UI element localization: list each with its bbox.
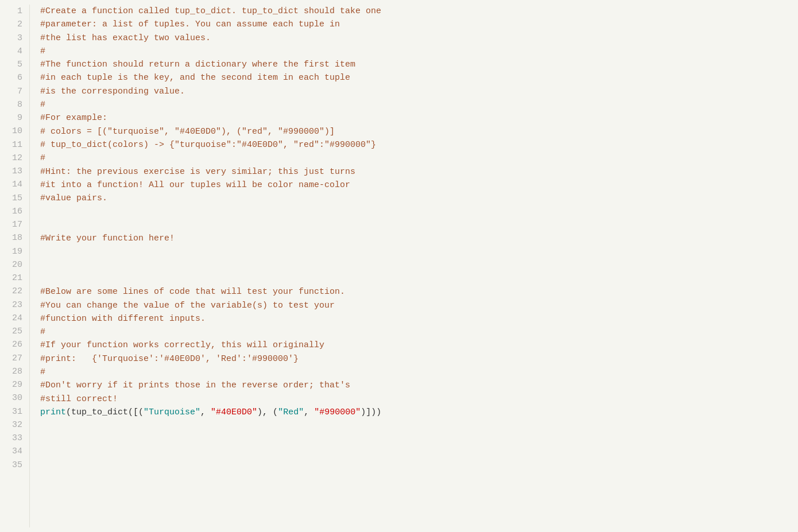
line-num-30: 30 xyxy=(9,391,22,405)
line-num-11: 11 xyxy=(9,138,22,152)
line-num-1: 1 xyxy=(9,5,22,18)
code-line-8: # xyxy=(40,98,798,111)
code-line-17 xyxy=(40,219,798,232)
code-line-10: # colors = [("turquoise", "#40E0D0"), ("… xyxy=(40,125,798,138)
code-line-18: #Write your function here! xyxy=(40,232,798,245)
line-num-28: 28 xyxy=(9,365,22,378)
line-num-29: 29 xyxy=(9,378,22,391)
comma1: , xyxy=(200,407,211,417)
code-line-2: #parameter: a list of tuples. You can as… xyxy=(40,18,798,31)
line-num-32: 32 xyxy=(9,418,22,432)
line-num-21: 21 xyxy=(9,271,22,285)
paren-close: )])) xyxy=(361,407,381,417)
line-num-18: 18 xyxy=(9,231,22,244)
line-num-12: 12 xyxy=(9,152,22,165)
line-num-34: 34 xyxy=(9,445,22,458)
code-line-31: print(tup_to_dict([("Turquoise", "#40E0D… xyxy=(40,406,798,419)
code-line-5: #The function should return a dictionary… xyxy=(40,58,798,71)
code-line-25: # xyxy=(40,325,798,339)
code-line-30: #still correct! xyxy=(40,393,798,406)
code-line-12: # xyxy=(40,152,798,165)
line-num-16: 16 xyxy=(9,205,22,218)
paren-open: (tup_to_dict([( xyxy=(66,407,144,417)
code-line-27: #print: {'Turquoise':'#40E0D0', 'Red':'#… xyxy=(40,352,798,366)
code-line-19 xyxy=(40,245,798,258)
code-line-16 xyxy=(40,205,798,218)
line-num-26: 26 xyxy=(9,338,22,351)
code-line-32 xyxy=(40,419,798,432)
line-num-15: 15 xyxy=(9,192,22,205)
paren-mid: ), ( xyxy=(257,407,278,417)
line-num-17: 17 xyxy=(9,218,22,231)
line-num-14: 14 xyxy=(9,178,22,191)
line-num-7: 7 xyxy=(9,85,22,98)
code-line-6: #in each tuple is the key, and the secon… xyxy=(40,71,798,84)
line-num-5: 5 xyxy=(9,58,22,71)
code-line-33 xyxy=(40,433,798,446)
code-lines[interactable]: #Create a function called tup_to_dict. t… xyxy=(30,5,798,527)
editor-container: 1 2 3 4 5 6 7 8 9 10 11 12 13 14 15 16 1… xyxy=(0,0,798,532)
line-num-2: 2 xyxy=(9,18,22,31)
line-numbers: 1 2 3 4 5 6 7 8 9 10 11 12 13 14 15 16 1… xyxy=(0,5,30,527)
line-num-4: 4 xyxy=(9,45,22,58)
code-line-11: # tup_to_dict(colors) -> {"turquoise":"#… xyxy=(40,138,798,152)
code-line-15: #value pairs. xyxy=(40,192,798,205)
line-num-23: 23 xyxy=(9,298,22,312)
code-line-22: #Below are some lines of code that will … xyxy=(40,285,798,298)
code-area: 1 2 3 4 5 6 7 8 9 10 11 12 13 14 15 16 1… xyxy=(0,0,798,532)
code-line-3: #the list has exactly two values. xyxy=(40,32,798,45)
line-num-19: 19 xyxy=(9,245,22,258)
line-num-20: 20 xyxy=(9,258,22,271)
code-line-34 xyxy=(40,446,798,459)
code-line-21 xyxy=(40,272,798,285)
string-red-key: "Red" xyxy=(278,407,304,417)
code-line-20 xyxy=(40,259,798,272)
line-num-22: 22 xyxy=(9,285,22,298)
code-line-7: #is the corresponding value. xyxy=(40,85,798,98)
string-turquoise: "Turquoise" xyxy=(144,407,200,417)
string-990000: "#990000" xyxy=(314,407,361,417)
line-num-33: 33 xyxy=(9,432,22,445)
line-num-13: 13 xyxy=(9,165,22,178)
keyword-print: print xyxy=(40,407,66,417)
code-line-24: #function with different inputs. xyxy=(40,312,798,325)
line-num-25: 25 xyxy=(9,325,22,338)
line-num-8: 8 xyxy=(9,98,22,111)
line-num-10: 10 xyxy=(9,125,22,138)
line-num-6: 6 xyxy=(9,71,22,84)
line-num-9: 9 xyxy=(9,111,22,125)
code-line-26: #If your function works correctly, this … xyxy=(40,339,798,352)
code-line-9: #For example: xyxy=(40,111,798,125)
line-num-35: 35 xyxy=(9,459,22,472)
line-num-24: 24 xyxy=(9,312,22,325)
code-line-4: # xyxy=(40,45,798,58)
code-line-13: #Hint: the previous exercise is very sim… xyxy=(40,165,798,178)
comma2: , xyxy=(304,407,314,417)
line-num-3: 3 xyxy=(9,32,22,45)
line-num-31: 31 xyxy=(9,405,22,418)
code-line-29: #Don't worry if it prints those in the r… xyxy=(40,379,798,392)
code-line-28: # xyxy=(40,366,798,379)
code-line-23: #You can change the value of the variabl… xyxy=(40,299,798,312)
code-line-14: #it into a function! All our tuples will… xyxy=(40,178,798,192)
code-line-35 xyxy=(40,459,798,472)
code-line-1: #Create a function called tup_to_dict. t… xyxy=(40,5,798,18)
string-40e0d0: "#40E0D0" xyxy=(211,407,257,417)
line-num-27: 27 xyxy=(9,352,22,365)
